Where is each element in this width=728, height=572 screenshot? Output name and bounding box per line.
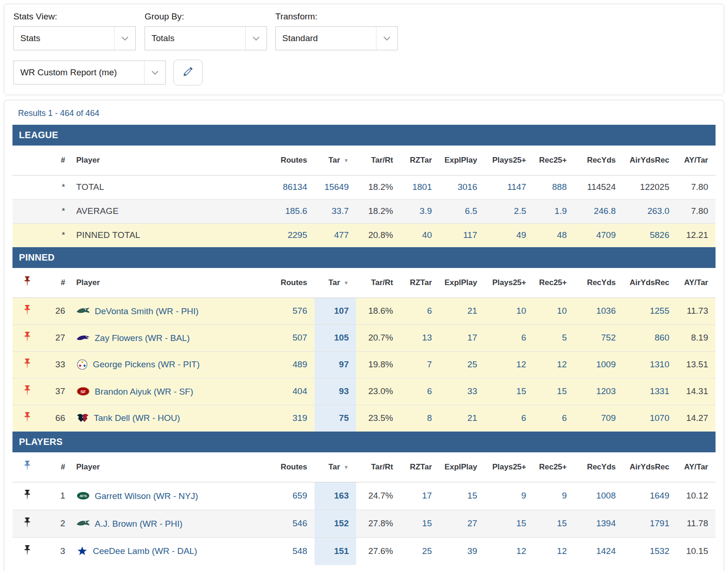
stat-value-link[interactable]: 6 xyxy=(562,413,567,423)
stat-value-link[interactable]: 7 xyxy=(427,359,432,369)
stat-value-link[interactable]: 39 xyxy=(467,546,477,556)
stat-value-link[interactable]: 5826 xyxy=(650,230,669,240)
group-by-select[interactable]: Totals xyxy=(145,26,267,50)
stat-value-link[interactable]: 10 xyxy=(557,306,567,316)
pin-icon[interactable] xyxy=(24,412,31,422)
stat-value-link[interactable]: 263.0 xyxy=(647,206,669,216)
stat-value-link[interactable]: 507 xyxy=(292,333,307,342)
stat-column-header[interactable]: RecYds xyxy=(574,268,623,298)
stat-value-link[interactable]: 12 xyxy=(557,546,567,556)
stat-value-link[interactable]: 9 xyxy=(521,491,526,500)
stat-value-link[interactable]: 1147 xyxy=(507,182,526,192)
stat-value-link[interactable]: 21 xyxy=(467,306,477,316)
pin-icon[interactable] xyxy=(24,545,31,555)
stat-value-link[interactable]: 75 xyxy=(339,413,349,423)
stat-value-link[interactable]: 6 xyxy=(521,413,526,423)
stat-column-header[interactable]: Routes xyxy=(268,146,315,175)
stat-column-header[interactable]: AirYdsRec xyxy=(623,268,677,298)
stat-value-link[interactable]: 151 xyxy=(334,546,349,556)
stat-value-link[interactable]: 21 xyxy=(467,413,477,423)
stat-value-link[interactable]: 105 xyxy=(334,333,349,342)
rank-column-header[interactable]: # xyxy=(42,452,69,482)
stat-value-link[interactable]: 25 xyxy=(467,359,477,369)
stat-value-link[interactable]: 659 xyxy=(292,491,307,500)
stat-value-link[interactable]: 5 xyxy=(562,333,567,342)
stat-value-link[interactable]: 6.5 xyxy=(465,206,477,216)
stat-value-link[interactable]: 17 xyxy=(467,333,477,342)
stat-column-header[interactable]: ExplPlay xyxy=(439,146,485,175)
stat-value-link[interactable]: 477 xyxy=(334,230,349,240)
transform-select[interactable]: Standard xyxy=(275,26,398,50)
stat-value-link[interactable]: 709 xyxy=(601,413,616,423)
stat-value-link[interactable]: 15 xyxy=(516,518,526,528)
stat-value-link[interactable]: 40 xyxy=(422,230,432,240)
stat-value-link[interactable]: 752 xyxy=(601,333,616,342)
stat-value-link[interactable]: 3016 xyxy=(458,182,477,192)
stat-column-header[interactable]: Plays25+ xyxy=(485,268,534,298)
stat-value-link[interactable]: 1310 xyxy=(650,359,669,369)
stat-value-link[interactable]: 15 xyxy=(557,386,567,396)
stat-column-header[interactable]: Plays25+ xyxy=(485,452,534,482)
stat-value-link[interactable]: 489 xyxy=(292,359,307,369)
stat-column-header[interactable]: Tar▼ xyxy=(315,268,356,298)
stat-value-link[interactable]: 6 xyxy=(427,386,432,396)
stat-column-header[interactable]: AirYdsRec xyxy=(623,146,677,175)
stat-value-link[interactable]: 1791 xyxy=(650,518,669,528)
stat-value-link[interactable]: 9 xyxy=(562,491,567,500)
stat-value-link[interactable]: 163 xyxy=(334,491,349,500)
stat-value-link[interactable]: 404 xyxy=(292,386,307,396)
stats-view-select[interactable]: Stats xyxy=(13,26,136,50)
rank-column-header[interactable]: # xyxy=(42,146,69,175)
pin-icon[interactable] xyxy=(24,490,31,500)
stat-value-link[interactable]: 246.8 xyxy=(594,206,616,216)
rank-column-header[interactable]: # xyxy=(42,268,69,298)
stat-value-link[interactable]: 1008 xyxy=(596,491,616,500)
stat-value-link[interactable]: 33.7 xyxy=(332,206,349,216)
stat-value-link[interactable]: 15649 xyxy=(324,182,349,192)
stat-value-link[interactable]: 13 xyxy=(422,333,432,342)
stat-column-header[interactable]: AY/Tar xyxy=(677,268,716,298)
pin-header-icon[interactable] xyxy=(24,461,31,471)
stat-value-link[interactable]: 1394 xyxy=(596,518,616,528)
stat-column-header[interactable]: ExplPlay xyxy=(439,452,485,482)
player-column-header[interactable]: Player xyxy=(69,146,268,175)
stat-value-link[interactable]: 97 xyxy=(339,359,349,369)
stat-column-header[interactable]: Routes xyxy=(268,268,315,298)
stat-value-link[interactable]: 33 xyxy=(467,386,477,396)
pin-icon[interactable] xyxy=(24,517,31,528)
stat-value-link[interactable]: 25 xyxy=(422,546,432,556)
player-link[interactable]: Garrett Wilson (WR - NYJ) xyxy=(95,491,198,500)
player-column-header[interactable]: Player xyxy=(69,268,268,298)
edit-report-button[interactable] xyxy=(173,60,203,85)
stat-value-link[interactable]: 576 xyxy=(292,306,307,316)
stat-column-header[interactable]: Tar▼ xyxy=(315,146,356,175)
player-link[interactable]: DeVonta Smith (WR - PHI) xyxy=(95,306,199,316)
stat-column-header[interactable]: AirYdsRec xyxy=(623,452,677,482)
pin-icon[interactable] xyxy=(24,305,31,315)
stat-value-link[interactable]: 6 xyxy=(521,333,526,342)
pin-icon[interactable] xyxy=(24,385,31,396)
stat-value-link[interactable]: 1532 xyxy=(650,546,669,556)
stat-value-link[interactable]: 1036 xyxy=(596,306,616,316)
stat-value-link[interactable]: 888 xyxy=(552,182,567,192)
stat-value-link[interactable]: 107 xyxy=(334,306,349,316)
stat-value-link[interactable]: 15 xyxy=(516,386,526,396)
stat-value-link[interactable]: 49 xyxy=(516,230,526,240)
stat-value-link[interactable]: 3.9 xyxy=(420,206,432,216)
stat-column-header[interactable]: Rec25+ xyxy=(534,146,574,175)
stat-column-header[interactable]: RZTar xyxy=(400,146,439,175)
stat-value-link[interactable]: 48 xyxy=(557,230,567,240)
stat-value-link[interactable]: 1801 xyxy=(413,182,432,192)
pin-column-header[interactable] xyxy=(12,268,42,298)
player-link[interactable]: A.J. Brown (WR - PHI) xyxy=(95,518,182,528)
stat-column-header[interactable]: Tar▼ xyxy=(315,452,356,482)
stat-column-header[interactable]: Plays25+ xyxy=(485,146,534,175)
stat-column-header[interactable]: AY/Tar xyxy=(677,146,716,175)
pin-icon[interactable] xyxy=(24,359,31,369)
stat-value-link[interactable]: 15 xyxy=(467,491,477,500)
stat-value-link[interactable]: 1070 xyxy=(650,413,669,423)
stat-value-link[interactable]: 1424 xyxy=(596,546,616,556)
stat-column-header[interactable]: RZTar xyxy=(400,452,439,482)
stat-value-link[interactable]: 1009 xyxy=(596,359,616,369)
stat-value-link[interactable]: 27 xyxy=(467,518,477,528)
